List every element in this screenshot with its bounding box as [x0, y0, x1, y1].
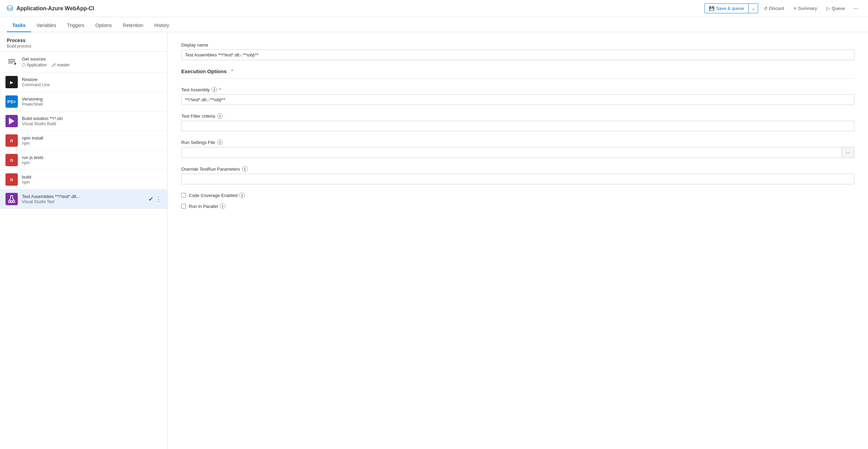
tab-tasks[interactable]: Tasks [7, 19, 31, 32]
sidebar-item-run-js-tests[interactable]: n run js tests npm [0, 150, 167, 170]
npm-install-sub: npm [22, 141, 162, 146]
run-parallel-checkbox[interactable] [181, 204, 186, 209]
top-bar: ⛁ Application-Azure WebApp-CI 💾 Save & q… [0, 0, 868, 17]
branch-icon: ⎇ [51, 63, 56, 67]
test-filter-label: Test Filter criteria ℹ [181, 113, 854, 119]
run-settings-label: Run Settings File ℹ [181, 140, 854, 145]
test-filter-info-icon[interactable]: ℹ [217, 113, 223, 119]
svg-point-7 [12, 201, 13, 202]
get-sources-icon [5, 56, 18, 68]
process-sub: Build process [7, 44, 160, 49]
execution-options-header: Execution Options ⌃ [181, 68, 854, 79]
test-assembly-required: * [219, 87, 221, 92]
tab-variables[interactable]: Variables [31, 19, 62, 32]
run-js-tests-icon: n [5, 154, 18, 166]
collapse-icon[interactable]: ⌃ [230, 69, 234, 74]
display-name-input[interactable] [181, 50, 854, 60]
run-settings-input-group: ··· [181, 147, 854, 158]
run-parallel-info-icon[interactable]: ℹ [220, 203, 225, 209]
more-options-button[interactable]: ··· [851, 3, 861, 14]
discard-icon: ↺ [764, 6, 767, 11]
tab-history[interactable]: History [149, 19, 175, 32]
display-name-label: Display name [181, 42, 854, 48]
build-solution-sub: Visual Studio Build [22, 121, 162, 126]
svg-rect-1 [8, 61, 15, 62]
svg-point-6 [10, 201, 11, 202]
build-solution-name: Build solution **\*.sln [22, 116, 162, 121]
override-testrun-group: Override TestRun Parameters ℹ [181, 166, 854, 184]
test-assembly-input[interactable] [181, 94, 854, 105]
save-icon: 💾 [709, 6, 714, 11]
test-filter-input[interactable] [181, 121, 854, 131]
sidebar-item-build[interactable]: n build npm [0, 170, 167, 189]
restore-name: Restore [22, 77, 162, 82]
get-sources-meta: ⬡ Application ⎇ master [22, 63, 162, 67]
build-sub: npm [22, 180, 162, 185]
svg-marker-3 [14, 62, 16, 65]
main-layout: Process Build process Get sources ⬡ Appl… [0, 32, 868, 449]
run-js-tests-info: run js tests npm [22, 155, 162, 165]
test-assemblies-actions: ✔ ⋮ [148, 195, 162, 203]
task-more-button[interactable]: ⋮ [156, 195, 162, 203]
override-testrun-label: Override TestRun Parameters ℹ [181, 166, 854, 172]
top-bar-right: 💾 Save & queue ⌄ ↺ Discard ≡ Summary ▷ Q… [705, 3, 861, 14]
build-info: build npm [22, 174, 162, 185]
sidebar-item-test-assemblies[interactable]: Test Assemblies **\*test*.dll... Visual … [0, 189, 167, 209]
npm-install-info: npm install npm [22, 135, 162, 146]
save-queue-chevron-button[interactable]: ⌄ [748, 4, 758, 13]
sidebar-item-get-sources[interactable]: Get sources ⬡ Application ⎇ master [0, 52, 167, 72]
restore-info: Restore Command Line [22, 77, 162, 87]
test-assemblies-info: Test Assemblies **\*test*.dll... Visual … [22, 194, 144, 204]
versioning-sub: PowerShell [22, 102, 162, 107]
process-header: Process Build process [0, 32, 167, 52]
queue-button[interactable]: ▷ Queue [823, 4, 849, 13]
save-queue-button[interactable]: 💾 Save & queue [705, 4, 748, 13]
versioning-icon: PS> [5, 95, 18, 108]
run-parallel-row: Run In Parallel ℹ [181, 203, 854, 209]
sidebar-item-build-solution[interactable]: Build solution **\*.sln Visual Studio Bu… [0, 111, 167, 131]
discard-button[interactable]: ↺ Discard [760, 4, 788, 13]
save-queue-group: 💾 Save & queue ⌄ [705, 3, 758, 13]
code-coverage-label: Code Coverage Enabled ℹ [189, 193, 245, 198]
branch-tag: ⎇ master [51, 63, 70, 67]
override-testrun-info-icon[interactable]: ℹ [242, 166, 248, 172]
tab-options[interactable]: Options [90, 19, 117, 32]
test-assemblies-name: Test Assemblies **\*test*.dll... [22, 194, 144, 199]
repo-icon: ⬡ [22, 63, 25, 67]
run-settings-input[interactable] [181, 147, 842, 158]
test-assembly-group: Test Assembly ℹ * [181, 87, 854, 105]
sidebar-item-npm-install[interactable]: n npm install npm [0, 131, 167, 150]
get-sources-info: Get sources ⬡ Application ⎇ master [22, 56, 162, 67]
build-solution-info: Build solution **\*.sln Visual Studio Bu… [22, 116, 162, 126]
tab-retention[interactable]: Retention [117, 19, 149, 32]
app-icon: ⛁ [7, 4, 13, 13]
run-js-tests-name: run js tests [22, 155, 162, 160]
build-icon: n [5, 173, 18, 186]
sidebar-item-restore[interactable]: ▶ Restore Command Line [0, 72, 167, 92]
sidebar: Process Build process Get sources ⬡ Appl… [0, 32, 168, 449]
versioning-name: Versioning [22, 96, 162, 102]
test-assemblies-sub: Visual Studio Test [22, 199, 144, 204]
summary-button[interactable]: ≡ Summary [790, 4, 821, 13]
npm-install-icon: n [5, 134, 18, 147]
run-settings-browse-button[interactable]: ··· [842, 147, 854, 158]
app-title: Application-Azure WebApp-CI [16, 5, 94, 12]
versioning-info: Versioning PowerShell [22, 96, 162, 107]
sidebar-item-versioning[interactable]: PS> Versioning PowerShell [0, 92, 167, 111]
nav-tabs: Tasks Variables Triggers Options Retenti… [0, 17, 868, 32]
top-bar-left: ⛁ Application-Azure WebApp-CI [7, 4, 94, 13]
npm-install-name: npm install [22, 135, 162, 141]
code-coverage-info-icon[interactable]: ℹ [239, 193, 245, 198]
code-coverage-checkbox[interactable] [181, 193, 186, 198]
run-settings-info-icon[interactable]: ℹ [217, 140, 223, 145]
run-js-tests-sub: npm [22, 160, 162, 165]
build-solution-icon [5, 115, 18, 127]
content-panel: Display name Execution Options ⌃ Test As… [168, 32, 868, 449]
tab-triggers[interactable]: Triggers [62, 19, 90, 32]
test-assembly-label: Test Assembly ℹ * [181, 87, 854, 92]
check-icon: ✔ [148, 195, 154, 203]
test-assembly-info-icon[interactable]: ℹ [212, 87, 217, 92]
repo-tag: ⬡ Application [22, 63, 47, 67]
run-parallel-label: Run In Parallel ℹ [189, 203, 225, 209]
override-testrun-input[interactable] [181, 174, 854, 184]
